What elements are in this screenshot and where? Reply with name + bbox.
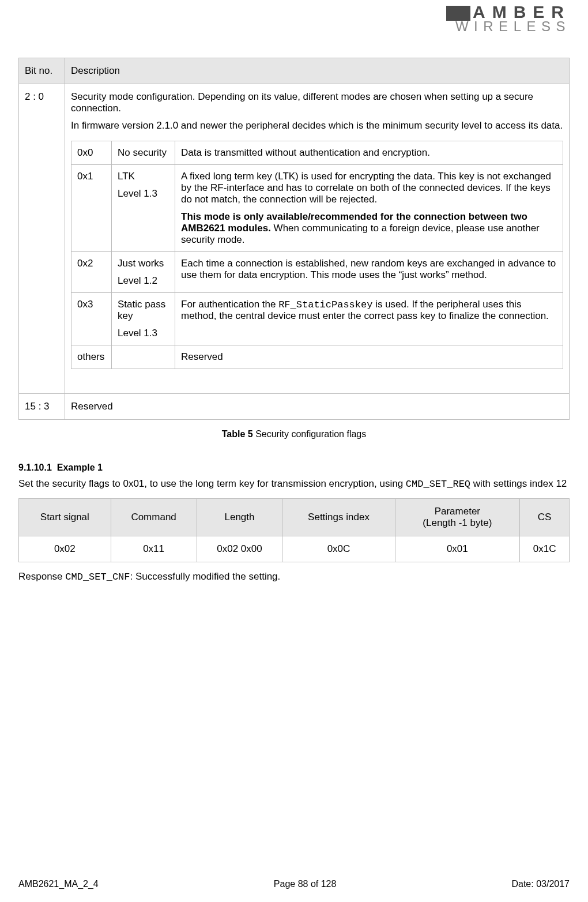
mode-code: 0x2 bbox=[71, 252, 112, 293]
bits-description: Reserved bbox=[65, 394, 570, 420]
resp-post: : Successfully modified the setting. bbox=[130, 571, 281, 582]
bits-value: 15 : 3 bbox=[19, 394, 65, 420]
security-flags-table: Bit no. Description 2 : 0 Security mode … bbox=[18, 58, 570, 420]
table-caption: Table 5 Security configuration flags bbox=[18, 429, 570, 439]
command-table: Start signalCommandLengthSettings indexP… bbox=[18, 498, 570, 562]
bits-value: 2 : 0 bbox=[19, 84, 65, 394]
cmd-value: 0x0C bbox=[282, 536, 395, 562]
col-header-description: Description bbox=[65, 58, 570, 84]
mode-description: Reserved bbox=[175, 345, 563, 369]
col-header-bitno: Bit no. bbox=[19, 58, 65, 84]
caption-label: Table 5 bbox=[222, 429, 253, 439]
cmd-header: Length bbox=[197, 498, 282, 536]
brand-logo: AMBER WIRELESS bbox=[420, 3, 571, 33]
mode-label: No security bbox=[112, 141, 175, 165]
mode-description: Data is transmitted without authenticati… bbox=[175, 141, 563, 165]
cmd-header: Start signal bbox=[19, 498, 111, 536]
caption-text: Security configuration flags bbox=[253, 429, 367, 439]
footer-doc-id: AMB2621_MA_2_4 bbox=[18, 879, 99, 889]
cmd-value: 0x02 0x00 bbox=[197, 536, 282, 562]
cmd-header: Settings index bbox=[282, 498, 395, 536]
logo-text-bottom: WIRELESS bbox=[420, 20, 571, 33]
page-footer: AMB2621_MA_2_4 Page 88 of 128 Date: 03/2… bbox=[18, 879, 570, 889]
mode-code: others bbox=[71, 345, 112, 369]
mode-description: Each time a connection is established, n… bbox=[175, 252, 563, 293]
para-code: CMD_SET_REQ bbox=[406, 479, 470, 490]
resp-pre: Response bbox=[18, 571, 65, 582]
para-post: with settings index 12 bbox=[470, 478, 567, 489]
cmd-header: Command bbox=[111, 498, 197, 536]
resp-code: CMD_SET_CNF bbox=[65, 572, 130, 582]
mode-description: For authentication the RF_StaticPasskey … bbox=[175, 293, 563, 345]
security-modes-table: 0x0No securityData is transmitted withou… bbox=[71, 141, 563, 369]
mode-label: Static pass keyLevel 1.3 bbox=[112, 293, 175, 345]
cmd-value: 0x1C bbox=[520, 536, 570, 562]
example-paragraph: Set the security flags to 0x01, to use t… bbox=[18, 478, 570, 491]
cmd-value: 0x01 bbox=[395, 536, 520, 562]
mode-label: Just worksLevel 1.2 bbox=[112, 252, 175, 293]
cmd-value: 0x02 bbox=[19, 536, 111, 562]
mode-code: 0x3 bbox=[71, 293, 112, 345]
mode-code: 0x1 bbox=[71, 165, 112, 252]
section-number: 9.1.10.1 bbox=[18, 463, 52, 472]
desc-p2: In firmware version 2.1.0 and newer the … bbox=[71, 120, 563, 131]
cmd-header: Parameter(Length -1 byte) bbox=[395, 498, 520, 536]
mode-label bbox=[112, 345, 175, 369]
cmd-value: 0x11 bbox=[111, 536, 197, 562]
response-paragraph: Response CMD_SET_CNF: Successfully modif… bbox=[18, 570, 570, 584]
section-heading: 9.1.10.1 Example 1 bbox=[18, 463, 570, 473]
mode-description: A fixed long term key (LTK) is used for … bbox=[175, 165, 563, 252]
cmd-header: CS bbox=[520, 498, 570, 536]
bits-description: Security mode configuration. Depending o… bbox=[65, 84, 570, 394]
desc-p1: Security mode configuration. Depending o… bbox=[71, 91, 563, 114]
footer-date: Date: 03/2017 bbox=[511, 879, 570, 889]
mode-code: 0x0 bbox=[71, 141, 112, 165]
section-title: Example 1 bbox=[57, 463, 103, 472]
footer-page: Page 88 of 128 bbox=[274, 879, 337, 889]
para-pre: Set the security flags to 0x01, to use t… bbox=[18, 478, 406, 489]
mode-label: LTKLevel 1.3 bbox=[112, 165, 175, 252]
